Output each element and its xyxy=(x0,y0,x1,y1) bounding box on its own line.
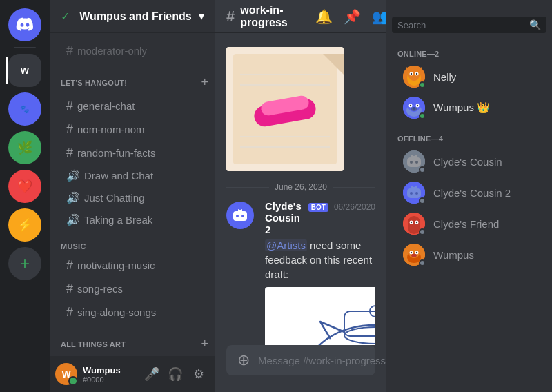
channel-name: Draw and Chat xyxy=(84,170,204,182)
current-user-avatar: W xyxy=(55,363,77,385)
member-item-wumpus-offline[interactable]: Wumpus xyxy=(392,239,546,270)
bot-badge: BOT xyxy=(308,203,328,212)
mic-button[interactable]: 🎤 xyxy=(141,363,163,385)
svg-point-52 xyxy=(415,161,418,164)
user-info: Wumpus #0000 xyxy=(83,365,135,384)
server-icon-1[interactable]: 🐾 xyxy=(8,92,41,126)
svg-point-45 xyxy=(410,105,411,106)
channel-item-sing-along-songs[interactable]: # sing-along-songs xyxy=(55,301,210,324)
guild-chevron-icon: ▾ xyxy=(199,10,204,23)
server-icon-wumpus[interactable]: W xyxy=(8,54,41,87)
headphones-button[interactable]: 🎧 xyxy=(164,363,186,385)
message-avatar xyxy=(226,202,254,229)
channel-item-general-chat[interactable]: # general-chat xyxy=(55,95,210,117)
svg-point-74 xyxy=(416,252,417,253)
svg-rect-56 xyxy=(407,188,421,198)
user-settings-button[interactable]: ⚙ xyxy=(188,363,210,385)
header-icons: 🔔 📌 👥 🔍 📥 ? xyxy=(315,8,386,25)
hash-icon: # xyxy=(66,99,73,113)
member-item-wumpus-online[interactable]: Wumpus 👑 xyxy=(392,92,546,123)
svg-point-54 xyxy=(413,153,415,156)
category-lets-hangout: Let's Hangout! + xyxy=(50,63,215,94)
channel-item-song-recs[interactable]: # song-recs xyxy=(55,277,210,300)
member-search-area: 🔍 xyxy=(386,11,552,39)
date-divider: June 26, 2020 xyxy=(215,177,386,197)
server-icon-discord[interactable] xyxy=(8,8,41,41)
category-add-icon[interactable]: + xyxy=(199,74,210,91)
guild-name: Wumpus and Friends xyxy=(79,10,191,23)
svg-rect-9 xyxy=(233,211,247,221)
hash-icon: # xyxy=(66,282,73,296)
sketch-image xyxy=(265,287,375,345)
user-controls: 🎤 🎧 ⚙ xyxy=(141,363,210,385)
member-item-nelly[interactable]: Nelly xyxy=(392,61,546,92)
member-item-clydes-cousin[interactable]: Clyde's Cousin xyxy=(392,146,546,177)
bell-icon[interactable]: 🔔 xyxy=(315,8,333,25)
category-name: All Things Art xyxy=(61,340,126,349)
channel-name: moderator-only xyxy=(77,45,204,57)
category-music: Music xyxy=(50,231,215,253)
member-name-wumpus-offline: Wumpus xyxy=(433,249,474,261)
svg-rect-50 xyxy=(407,157,421,167)
channel-item-draw-and-chat[interactable]: 🔊 Draw and Chat xyxy=(55,165,210,186)
message-author[interactable]: Clyde's Cousin 2 xyxy=(265,200,303,235)
server-divider xyxy=(14,47,36,48)
svg-point-38 xyxy=(416,73,417,75)
svg-point-66 xyxy=(411,222,412,223)
guild-checkmark: ✓ xyxy=(61,10,70,23)
member-item-clydes-friend[interactable]: Clyde's Friend xyxy=(392,208,546,239)
message-input[interactable] xyxy=(258,355,386,366)
pin-icon[interactable]: 📌 xyxy=(344,8,361,25)
svg-point-58 xyxy=(415,192,418,195)
hash-icon: # xyxy=(66,146,73,160)
hash-icon: # xyxy=(66,122,73,137)
online-section-header: Online—2 xyxy=(386,39,552,61)
channel-item-nom-nom-nom[interactable]: # nom-nom-nom xyxy=(55,118,210,141)
svg-point-10 xyxy=(236,215,239,217)
member-avatar-clydes-friend xyxy=(403,213,425,235)
guild-header[interactable]: ✓ Wumpus and Friends ▾ xyxy=(50,0,215,33)
member-name-nelly: Nelly xyxy=(433,71,456,83)
channel-item-just-chatting[interactable]: 🔊 Just Chatting xyxy=(55,187,210,208)
message-content: Clyde's Cousin 2 BOT 06/26/2020 @Artists… xyxy=(265,200,375,345)
channel-header: # work-in-progress share the current dra… xyxy=(215,0,386,33)
message-text: @Artists need some feedback on this rece… xyxy=(265,238,375,282)
channel-name: sing-along-songs xyxy=(77,306,204,318)
channel-item-random-fun-facts[interactable]: # random-fun-facts xyxy=(55,141,210,164)
member-name-wumpus-online: Wumpus 👑 xyxy=(433,101,490,114)
svg-point-67 xyxy=(416,222,417,223)
channel-list: # moderator-only Let's Hangout! + # gene… xyxy=(50,33,215,356)
status-dot xyxy=(419,166,426,173)
user-area: W Wumpus #0000 🎤 🎧 ⚙ xyxy=(50,356,215,392)
member-item-clydes-cousin-2[interactable]: Clyde's Cousin 2 xyxy=(392,177,546,208)
member-avatar-wumpus-offline xyxy=(403,244,425,266)
channel-name: Taking a Break xyxy=(84,214,204,226)
mention[interactable]: @Artists xyxy=(265,239,307,251)
channel-sidebar: ✓ Wumpus and Friends ▾ # moderator-only … xyxy=(50,0,215,392)
server-icon-4[interactable]: ⚡ xyxy=(8,208,41,242)
member-avatar-wumpus-online xyxy=(403,97,425,119)
member-search-input[interactable] xyxy=(397,20,525,30)
date-text: June 26, 2020 xyxy=(275,182,327,192)
add-server-button[interactable]: + xyxy=(8,247,41,280)
server-icon-3[interactable]: ❤️ xyxy=(8,170,41,203)
server-icon-2[interactable]: 🌿 xyxy=(8,131,41,164)
svg-point-34 xyxy=(408,70,420,81)
status-dot xyxy=(419,112,426,119)
status-dot xyxy=(419,259,426,266)
svg-point-46 xyxy=(417,105,418,106)
messages-area: June 26, 2020 Clyde's Cousin 2 BOT 06/26… xyxy=(215,33,386,345)
message-clydes-cousin-2: Clyde's Cousin 2 BOT 06/26/2020 @Artists… xyxy=(215,197,386,345)
channel-name: song-recs xyxy=(77,283,204,295)
add-file-button[interactable]: ⊕ xyxy=(237,351,250,369)
channel-item-moderator-only[interactable]: # moderator-only xyxy=(55,39,210,62)
speaker-icon: 🔊 xyxy=(66,169,80,182)
svg-point-60 xyxy=(413,184,415,187)
svg-point-73 xyxy=(411,252,412,253)
channel-header-name: work-in-progress xyxy=(240,4,287,29)
members-icon[interactable]: 👥 xyxy=(372,8,386,25)
category-add-icon[interactable]: + xyxy=(199,335,210,353)
svg-point-57 xyxy=(410,192,413,195)
channel-item-taking-a-break[interactable]: 🔊 Taking a Break xyxy=(55,209,210,231)
channel-item-motivating-music[interactable]: # motivating-music xyxy=(55,254,210,277)
